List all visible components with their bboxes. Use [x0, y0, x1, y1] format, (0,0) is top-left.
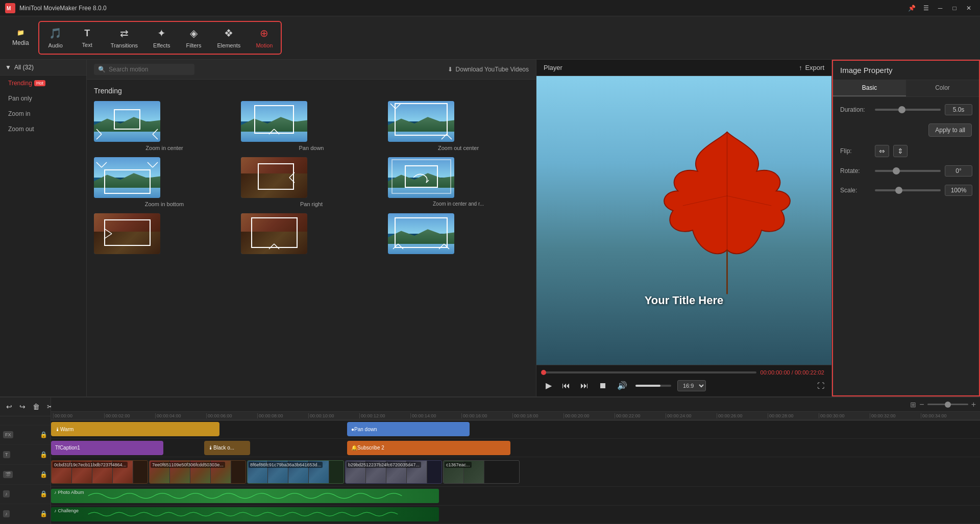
- content-body: Trending: [87, 80, 536, 264]
- track-side-icons: FX 🔒 T 🔒 🎬 🔒 ♪ 🔒 ♪ 🔒: [0, 416, 51, 524]
- duration-value[interactable]: 5.0s: [945, 104, 972, 115]
- close-button[interactable]: ✕: [963, 2, 975, 14]
- motion-item-1[interactable]: Zoom in center: [94, 101, 235, 151]
- skip-back-button[interactable]: ⏮: [560, 379, 572, 392]
- sidebar-item-zoom-out[interactable]: Zoom out: [0, 121, 86, 137]
- video-clip-3[interactable]: 8f6ef86fc91c79ba36a3b641653d...: [247, 460, 344, 483]
- apply-to-all-button[interactable]: Apply to all: [928, 123, 972, 137]
- text-label: Text: [82, 42, 92, 48]
- motion-item-8[interactable]: [241, 213, 382, 257]
- volume-slider[interactable]: [635, 385, 671, 387]
- zoom-minus-button[interactable]: −: [919, 400, 924, 409]
- toolbar-item-text[interactable]: T Text: [72, 23, 103, 53]
- zoom-slider[interactable]: [927, 404, 968, 405]
- motion-item-9[interactable]: [388, 213, 529, 257]
- ruler-mark-6: 00:00:12:00: [359, 413, 410, 418]
- audio-clip-2-label: ♪ Challenge: [54, 508, 79, 513]
- track-lock-video[interactable]: 🔒: [40, 471, 47, 478]
- motion-item-4[interactable]: Zoom in bottom: [94, 157, 235, 207]
- stop-button[interactable]: ⏹: [597, 379, 609, 392]
- motion-label: Motion: [256, 42, 273, 48]
- tracks-scroll-area[interactable]: 00:00:00 00:00:02:00 00:00:04:00 00:00:0…: [51, 412, 980, 524]
- clip-warm[interactable]: 🌡 Warm: [51, 422, 219, 436]
- toolbar-item-audio[interactable]: 🎵 Audio: [40, 23, 71, 53]
- clip-caption1[interactable]: Tf Caption1: [51, 441, 163, 455]
- timeline-scrubber[interactable]: [544, 371, 756, 373]
- flip-horizontal-button[interactable]: ⇔: [875, 145, 889, 157]
- download-youtube-button[interactable]: ⬇ Download YouTube Videos: [448, 66, 529, 73]
- delete-button[interactable]: 🗑: [31, 401, 42, 413]
- undo-button[interactable]: ↩: [4, 401, 14, 413]
- track-lock-text[interactable]: 🔒: [40, 451, 47, 458]
- export-button[interactable]: ↑ Export: [799, 64, 824, 71]
- volume-button[interactable]: 🔊: [615, 379, 629, 392]
- motion-item-5[interactable]: Pan right: [241, 157, 382, 207]
- scale-value[interactable]: 100%: [945, 185, 972, 196]
- audio-clip-2[interactable]: ♪ Challenge: [51, 507, 439, 521]
- motion-thumb-9: [388, 213, 454, 254]
- sidebar-item-trending[interactable]: Trending Hot: [0, 76, 86, 91]
- sidebar-item-pan-only[interactable]: Pan only: [0, 91, 86, 106]
- aspect-ratio-select[interactable]: 16:9 9:16 1:1 4:3: [677, 380, 706, 391]
- track-lock-audio2[interactable]: 🔒: [40, 510, 47, 517]
- audio-icon: 🎵: [49, 27, 62, 39]
- tab-color[interactable]: Color: [906, 80, 979, 96]
- property-panel: Image Property Basic Color Duration: 5.0…: [832, 60, 980, 396]
- motion-item-3[interactable]: Zoom out center: [388, 101, 529, 151]
- search-box[interactable]: 🔍: [94, 64, 194, 75]
- redo-button[interactable]: ↪: [17, 401, 28, 413]
- motion-item-6[interactable]: Zoom in center and r...: [388, 157, 529, 207]
- toolbar-item-transitions[interactable]: ⇄ Transitions: [104, 23, 145, 53]
- motion-item-7[interactable]: [94, 213, 235, 257]
- duration-slider[interactable]: [875, 109, 941, 111]
- svg-line-7: [269, 129, 274, 134]
- motion-item-2[interactable]: Pan down: [241, 101, 382, 151]
- svg-line-15: [153, 162, 158, 167]
- flip-vertical-button[interactable]: ⇕: [893, 145, 908, 157]
- video-clip-4[interactable]: b29bd2512237b24fc6720035d47...: [345, 460, 442, 483]
- volume-progress: [635, 385, 660, 387]
- track-lock-audio1[interactable]: 🔒: [40, 490, 47, 497]
- svg-line-8: [390, 104, 396, 109]
- audio-clip-1[interactable]: ♪ Photo Album: [51, 489, 439, 503]
- pin-button[interactable]: 📌: [905, 2, 918, 14]
- scale-slider[interactable]: [875, 189, 941, 191]
- rotate-value[interactable]: 0°: [945, 165, 972, 177]
- motion-label-4: Zoom in bottom: [94, 201, 235, 207]
- toolbar-item-motion[interactable]: ⊕ Motion: [249, 23, 280, 53]
- rotate-row: Rotate: 0°: [840, 165, 972, 177]
- rotate-slider[interactable]: [875, 170, 941, 172]
- toolbar-item-filters[interactable]: ◈ Filters: [179, 23, 209, 53]
- track-content-video: 0cbd31f19c7ecb11bdb7237f4864... 7ee0f651…: [51, 457, 980, 486]
- tab-basic[interactable]: Basic: [833, 80, 906, 96]
- clip-subscribe2[interactable]: 🔔 Subscribe 2: [347, 441, 510, 455]
- track-content-fx: 🌡 Warm ● Pan down: [51, 420, 980, 438]
- ruler-mark-14: 00:00:28:00: [768, 413, 819, 418]
- ruler-marks: 00:00:00 00:00:02:00 00:00:04:00 00:00:0…: [53, 413, 972, 418]
- search-input[interactable]: [109, 66, 190, 73]
- fullscreen-button[interactable]: ⛶: [817, 382, 824, 390]
- filters-icon: ◈: [190, 27, 198, 39]
- warm-clip-icon: 🌡: [55, 427, 60, 432]
- play-button[interactable]: ▶: [544, 379, 554, 392]
- ruler-mark-17: 00:00:34:00: [921, 413, 972, 418]
- toolbar-item-media[interactable]: 📁 Media: [5, 25, 36, 51]
- audio-note-icon: ♪: [54, 490, 57, 495]
- clip-blackout[interactable]: 🌡 Black o...: [204, 441, 250, 455]
- restore-button[interactable]: □: [948, 2, 961, 14]
- toolbar-item-effects[interactable]: ✦ Effects: [146, 23, 177, 53]
- zoom-plus-button[interactable]: +: [971, 400, 976, 409]
- svg-line-26: [439, 244, 444, 249]
- menu-button[interactable]: ☰: [920, 2, 932, 14]
- track-lock-fx[interactable]: 🔒: [40, 431, 47, 438]
- timeline-thumb: [541, 370, 546, 375]
- clip-pandown[interactable]: ● Pan down: [347, 422, 470, 436]
- video-clip-1[interactable]: 0cbd31f19c7ecb11bdb7237f4864...: [51, 460, 148, 483]
- minimize-button[interactable]: ─: [934, 2, 946, 14]
- video-clip-2[interactable]: 7ee0f651109e50f306fcdd50303e...: [149, 460, 246, 483]
- toolbar-item-elements[interactable]: ❖ Elements: [210, 23, 248, 53]
- video-clip-5[interactable]: c1367eac...: [443, 460, 520, 483]
- sidebar-item-zoom-in[interactable]: Zoom in: [0, 106, 86, 121]
- skip-forward-button[interactable]: ⏭: [578, 379, 591, 392]
- player-canvas: Your Title Here: [536, 76, 831, 365]
